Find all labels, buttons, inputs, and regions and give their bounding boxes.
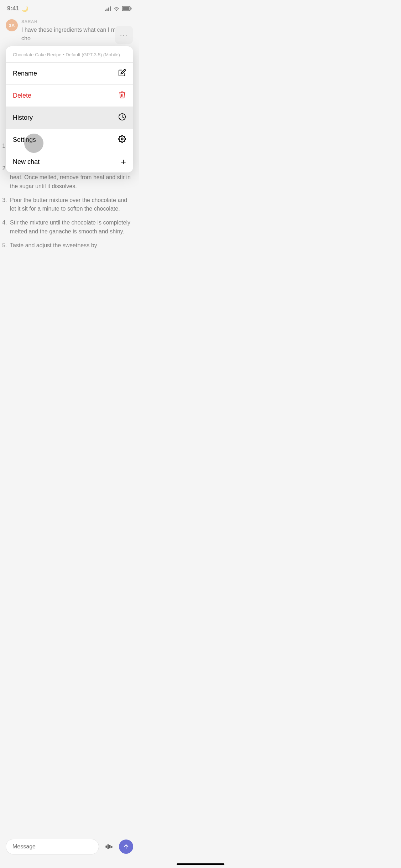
battery-icon xyxy=(122,6,132,11)
pen-icon xyxy=(118,69,126,78)
dropdown-new-chat[interactable]: New chat + xyxy=(6,151,133,172)
overflow-dots-icon: ··· xyxy=(120,31,128,39)
dropdown-header: Chocolate Cake Recipe • Default (GPT-3.5… xyxy=(6,46,133,63)
svg-rect-1 xyxy=(123,7,130,10)
dropdown-history[interactable]: History xyxy=(6,107,133,129)
status-time: 9:41 xyxy=(7,5,19,12)
list-item: Taste and adjust the sweetness by xyxy=(9,241,133,250)
message-row-sarah: 3A SARAH I have these ingredients what c… xyxy=(6,19,133,43)
status-bar: 9:41 🌙 xyxy=(0,0,139,15)
trash-icon xyxy=(118,91,126,100)
delete-label: Delete xyxy=(13,92,31,99)
settings-label: Settings xyxy=(13,136,36,144)
wifi-icon xyxy=(113,6,120,11)
dropdown-settings[interactable]: Settings xyxy=(6,129,133,151)
rename-label: Rename xyxy=(13,70,37,77)
moon-icon: 🌙 xyxy=(21,5,28,12)
new-chat-label: New chat xyxy=(13,158,40,166)
dropdown-rename[interactable]: Rename xyxy=(6,63,133,85)
signal-icon xyxy=(105,6,111,11)
svg-rect-2 xyxy=(131,8,132,10)
dropdown-delete[interactable]: Delete xyxy=(6,85,133,107)
sender-name-sarah: SARAH xyxy=(21,19,133,24)
avatar-sarah: 3A xyxy=(6,19,18,31)
clock-icon xyxy=(118,113,126,123)
dropdown-header-text: Chocolate Cake Recipe • Default (GPT-3.5… xyxy=(13,52,120,57)
svg-point-4 xyxy=(121,138,123,140)
gear-icon xyxy=(118,135,126,145)
dropdown-menu: Chocolate Cake Recipe • Default (GPT-3.5… xyxy=(6,46,133,172)
history-label: History xyxy=(13,114,33,122)
list-item: Stir the mixture until the chocolate is … xyxy=(9,218,133,236)
plus-icon: + xyxy=(121,157,126,166)
list-item: Pour the butter mixture over the chocola… xyxy=(9,196,133,214)
status-icons xyxy=(105,6,132,11)
overflow-button[interactable]: ··· xyxy=(115,26,133,44)
